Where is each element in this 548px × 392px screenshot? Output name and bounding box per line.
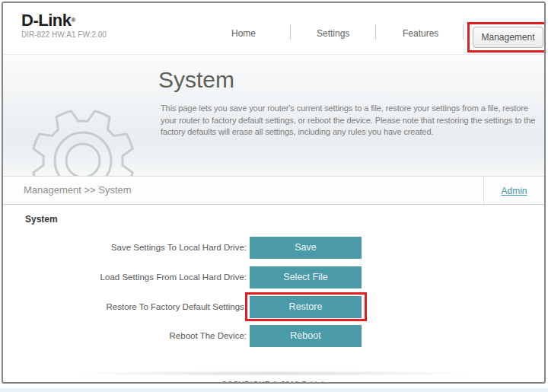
brand-block: D-Link® DIR-822 HW:A1 FW:2.00 — [21, 11, 107, 39]
row-label: Reboot The Device: — [24, 325, 247, 347]
gear-icon — [24, 97, 145, 176]
row-label: Restore To Factory Default Settings: — [24, 296, 247, 318]
annotation-box-restore — [245, 292, 367, 321]
breadcrumb-bar: Management >> System Admin — [3, 176, 544, 205]
settings-row-restore: Restore To Factory Default Settings: Res… — [3, 296, 544, 318]
annotation-box-management — [467, 22, 546, 53]
nav-item-home[interactable]: Home — [231, 28, 256, 39]
settings-row-reboot: Reboot The Device: Reboot — [3, 325, 544, 347]
nav-item-features[interactable]: Features — [403, 28, 438, 39]
header: D-Link® DIR-822 HW:A1 FW:2.00 Home Setti… — [3, 3, 544, 54]
registered-mark: ® — [71, 17, 75, 24]
save-button[interactable]: Save — [250, 237, 362, 259]
nav-separator — [375, 24, 376, 40]
row-label: Save Settings To Local Hard Drive: — [24, 237, 247, 259]
dlink-logo: D-Link® — [21, 11, 107, 30]
settings-row-save: Save Settings To Local Hard Drive: Save — [3, 237, 544, 259]
footer-divider — [24, 357, 526, 358]
nav-item-settings[interactable]: Settings — [317, 28, 349, 39]
page-description: This page lets you save your router's cu… — [161, 103, 541, 139]
nav-separator — [290, 24, 291, 40]
copyright-text-cutoff: COPYRIGHT © 2016 D-Link — [3, 381, 544, 384]
card-bottom-shadow — [72, 371, 478, 376]
device-model-label: DIR-822 HW:A1 FW:2.00 — [21, 30, 107, 39]
page-banner: System This page lets you save your rout… — [3, 54, 544, 176]
reboot-button[interactable]: Reboot — [250, 325, 362, 347]
section-title: System — [25, 214, 58, 225]
page-title: System — [158, 67, 234, 93]
page-bottom-strip — [0, 388, 548, 392]
breadcrumb: Management >> System — [24, 177, 132, 204]
nav-separator — [463, 24, 464, 40]
settings-row-load: Load Settings From Local Hard Drive: Sel… — [3, 266, 544, 288]
router-admin-window: D-Link® DIR-822 HW:A1 FW:2.00 Home Setti… — [2, 2, 546, 384]
admin-link[interactable]: Admin — [501, 186, 527, 196]
logo-text: D-Link — [21, 11, 71, 30]
row-label: Load Settings From Local Hard Drive: — [24, 266, 247, 288]
admin-cell: Admin — [483, 177, 544, 204]
select-file-button[interactable]: Select File — [250, 266, 362, 288]
